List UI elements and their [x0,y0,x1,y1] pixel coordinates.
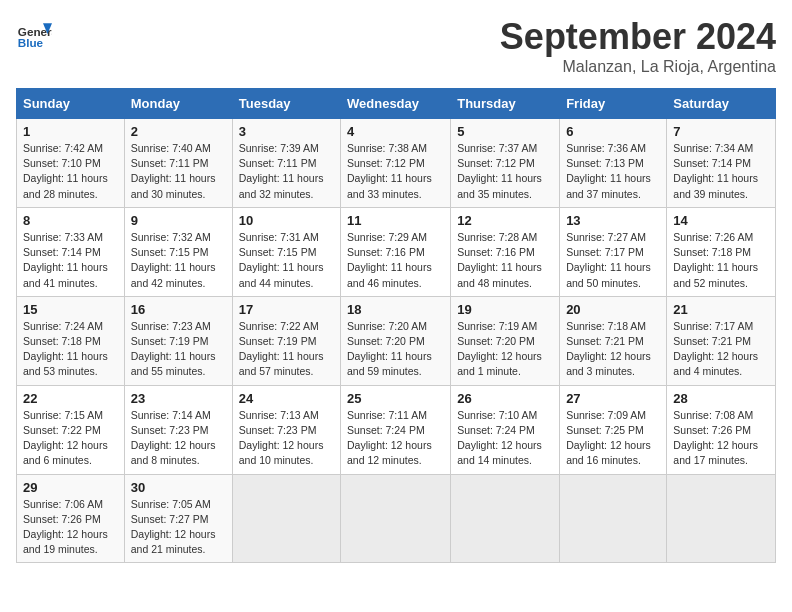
day-info: Sunrise: 7:37 AMSunset: 7:12 PMDaylight:… [457,141,553,202]
calendar-cell: 28Sunrise: 7:08 AMSunset: 7:26 PMDayligh… [667,385,776,474]
day-number: 21 [673,302,769,317]
day-number: 30 [131,480,226,495]
weekday-header-tuesday: Tuesday [232,89,340,119]
day-info: Sunrise: 7:31 AMSunset: 7:15 PMDaylight:… [239,230,334,291]
day-number: 6 [566,124,660,139]
calendar-cell: 21Sunrise: 7:17 AMSunset: 7:21 PMDayligh… [667,296,776,385]
calendar-cell: 19Sunrise: 7:19 AMSunset: 7:20 PMDayligh… [451,296,560,385]
calendar-cell: 7Sunrise: 7:34 AMSunset: 7:14 PMDaylight… [667,119,776,208]
day-info: Sunrise: 7:19 AMSunset: 7:20 PMDaylight:… [457,319,553,380]
day-number: 14 [673,213,769,228]
day-number: 18 [347,302,444,317]
calendar-cell: 16Sunrise: 7:23 AMSunset: 7:19 PMDayligh… [124,296,232,385]
day-info: Sunrise: 7:22 AMSunset: 7:19 PMDaylight:… [239,319,334,380]
day-number: 26 [457,391,553,406]
calendar-cell: 26Sunrise: 7:10 AMSunset: 7:24 PMDayligh… [451,385,560,474]
day-info: Sunrise: 7:05 AMSunset: 7:27 PMDaylight:… [131,497,226,558]
day-info: Sunrise: 7:15 AMSunset: 7:22 PMDaylight:… [23,408,118,469]
calendar-cell: 6Sunrise: 7:36 AMSunset: 7:13 PMDaylight… [560,119,667,208]
calendar-cell: 23Sunrise: 7:14 AMSunset: 7:23 PMDayligh… [124,385,232,474]
day-info: Sunrise: 7:11 AMSunset: 7:24 PMDaylight:… [347,408,444,469]
title-block: September 2024 Malanzan, La Rioja, Argen… [500,16,776,76]
day-info: Sunrise: 7:42 AMSunset: 7:10 PMDaylight:… [23,141,118,202]
day-info: Sunrise: 7:06 AMSunset: 7:26 PMDaylight:… [23,497,118,558]
location-subtitle: Malanzan, La Rioja, Argentina [500,58,776,76]
day-number: 19 [457,302,553,317]
day-info: Sunrise: 7:10 AMSunset: 7:24 PMDaylight:… [457,408,553,469]
day-info: Sunrise: 7:39 AMSunset: 7:11 PMDaylight:… [239,141,334,202]
svg-text:Blue: Blue [18,36,44,49]
calendar-table: SundayMondayTuesdayWednesdayThursdayFrid… [16,88,776,563]
day-info: Sunrise: 7:09 AMSunset: 7:25 PMDaylight:… [566,408,660,469]
calendar-week-4: 22Sunrise: 7:15 AMSunset: 7:22 PMDayligh… [17,385,776,474]
day-info: Sunrise: 7:23 AMSunset: 7:19 PMDaylight:… [131,319,226,380]
weekday-header-thursday: Thursday [451,89,560,119]
calendar-week-5: 29Sunrise: 7:06 AMSunset: 7:26 PMDayligh… [17,474,776,563]
day-number: 12 [457,213,553,228]
day-number: 4 [347,124,444,139]
calendar-cell: 22Sunrise: 7:15 AMSunset: 7:22 PMDayligh… [17,385,125,474]
calendar-cell: 27Sunrise: 7:09 AMSunset: 7:25 PMDayligh… [560,385,667,474]
weekday-header-sunday: Sunday [17,89,125,119]
weekday-header-saturday: Saturday [667,89,776,119]
day-info: Sunrise: 7:20 AMSunset: 7:20 PMDaylight:… [347,319,444,380]
calendar-cell: 4Sunrise: 7:38 AMSunset: 7:12 PMDaylight… [341,119,451,208]
day-number: 10 [239,213,334,228]
calendar-week-1: 1Sunrise: 7:42 AMSunset: 7:10 PMDaylight… [17,119,776,208]
calendar-cell: 20Sunrise: 7:18 AMSunset: 7:21 PMDayligh… [560,296,667,385]
calendar-cell: 14Sunrise: 7:26 AMSunset: 7:18 PMDayligh… [667,207,776,296]
weekday-header-wednesday: Wednesday [341,89,451,119]
day-number: 2 [131,124,226,139]
calendar-cell: 1Sunrise: 7:42 AMSunset: 7:10 PMDaylight… [17,119,125,208]
calendar-cell [451,474,560,563]
day-number: 7 [673,124,769,139]
day-info: Sunrise: 7:34 AMSunset: 7:14 PMDaylight:… [673,141,769,202]
day-number: 29 [23,480,118,495]
day-number: 16 [131,302,226,317]
day-info: Sunrise: 7:08 AMSunset: 7:26 PMDaylight:… [673,408,769,469]
day-number: 23 [131,391,226,406]
weekday-header-monday: Monday [124,89,232,119]
day-number: 27 [566,391,660,406]
day-info: Sunrise: 7:29 AMSunset: 7:16 PMDaylight:… [347,230,444,291]
day-info: Sunrise: 7:13 AMSunset: 7:23 PMDaylight:… [239,408,334,469]
day-info: Sunrise: 7:17 AMSunset: 7:21 PMDaylight:… [673,319,769,380]
calendar-cell: 3Sunrise: 7:39 AMSunset: 7:11 PMDaylight… [232,119,340,208]
day-number: 5 [457,124,553,139]
month-year-title: September 2024 [500,16,776,58]
calendar-cell: 11Sunrise: 7:29 AMSunset: 7:16 PMDayligh… [341,207,451,296]
calendar-cell: 5Sunrise: 7:37 AMSunset: 7:12 PMDaylight… [451,119,560,208]
day-info: Sunrise: 7:40 AMSunset: 7:11 PMDaylight:… [131,141,226,202]
calendar-cell: 12Sunrise: 7:28 AMSunset: 7:16 PMDayligh… [451,207,560,296]
day-number: 9 [131,213,226,228]
logo-icon: General Blue [16,16,52,52]
weekday-header-friday: Friday [560,89,667,119]
calendar-cell: 30Sunrise: 7:05 AMSunset: 7:27 PMDayligh… [124,474,232,563]
day-info: Sunrise: 7:38 AMSunset: 7:12 PMDaylight:… [347,141,444,202]
calendar-body: 1Sunrise: 7:42 AMSunset: 7:10 PMDaylight… [17,119,776,563]
calendar-cell [232,474,340,563]
day-number: 17 [239,302,334,317]
day-info: Sunrise: 7:33 AMSunset: 7:14 PMDaylight:… [23,230,118,291]
calendar-cell: 13Sunrise: 7:27 AMSunset: 7:17 PMDayligh… [560,207,667,296]
calendar-cell: 17Sunrise: 7:22 AMSunset: 7:19 PMDayligh… [232,296,340,385]
calendar-cell: 29Sunrise: 7:06 AMSunset: 7:26 PMDayligh… [17,474,125,563]
day-number: 3 [239,124,334,139]
logo: General Blue [16,16,52,52]
calendar-cell: 25Sunrise: 7:11 AMSunset: 7:24 PMDayligh… [341,385,451,474]
day-number: 25 [347,391,444,406]
day-number: 24 [239,391,334,406]
calendar-week-3: 15Sunrise: 7:24 AMSunset: 7:18 PMDayligh… [17,296,776,385]
day-number: 20 [566,302,660,317]
day-info: Sunrise: 7:18 AMSunset: 7:21 PMDaylight:… [566,319,660,380]
calendar-cell: 10Sunrise: 7:31 AMSunset: 7:15 PMDayligh… [232,207,340,296]
day-number: 13 [566,213,660,228]
day-number: 1 [23,124,118,139]
day-info: Sunrise: 7:27 AMSunset: 7:17 PMDaylight:… [566,230,660,291]
calendar-cell: 18Sunrise: 7:20 AMSunset: 7:20 PMDayligh… [341,296,451,385]
calendar-cell: 24Sunrise: 7:13 AMSunset: 7:23 PMDayligh… [232,385,340,474]
weekday-header-row: SundayMondayTuesdayWednesdayThursdayFrid… [17,89,776,119]
calendar-cell [341,474,451,563]
day-info: Sunrise: 7:24 AMSunset: 7:18 PMDaylight:… [23,319,118,380]
calendar-cell [667,474,776,563]
